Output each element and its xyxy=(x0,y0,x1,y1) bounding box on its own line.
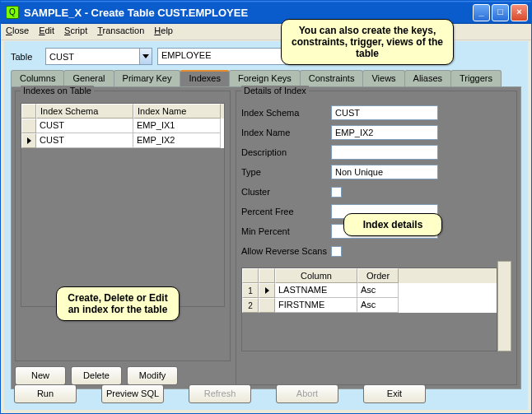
menu-script[interactable]: Script xyxy=(64,26,87,38)
table-label: Table xyxy=(11,52,40,62)
schema-input[interactable] xyxy=(46,49,139,64)
colgrid-marker xyxy=(259,298,275,313)
app-icon: Q xyxy=(6,6,19,19)
lbl-cluster: Cluster xyxy=(241,187,328,197)
menu-help[interactable]: Help xyxy=(154,26,173,38)
cell-schema: CUST xyxy=(36,119,133,133)
field-index-schema[interactable]: CUST xyxy=(331,105,438,120)
abort-button[interactable]: Abort xyxy=(276,384,338,403)
close-button[interactable]: × xyxy=(511,4,528,21)
triangle-right-icon xyxy=(265,287,269,294)
cell-schema: CUST xyxy=(36,133,133,148)
index-list-grid[interactable]: Index Schema Index Name CUST EMP_IX1 xyxy=(21,103,225,307)
field-description[interactable] xyxy=(331,145,438,160)
tab-content: Indexes on Table Index Schema Index Name… xyxy=(11,86,521,389)
client-area: Table EMPLOYEE Columns General Primary K… xyxy=(3,40,529,411)
run-button[interactable]: Run xyxy=(14,384,77,403)
colgrid-row[interactable]: 2 FIRSTNME Asc xyxy=(242,298,497,313)
field-type[interactable]: Non Unique xyxy=(331,165,438,179)
index-row[interactable]: CUST EMP_IX1 xyxy=(21,119,224,133)
tabs-row: Columns General Primary Key Indexes Fore… xyxy=(4,70,528,86)
right-column: Details of Index Index Schema CUST Index… xyxy=(236,91,517,385)
tab-triggers[interactable]: Triggers xyxy=(450,70,502,86)
index-schema-header[interactable]: Index Schema xyxy=(36,104,133,119)
tab-primary-key[interactable]: Primary Key xyxy=(114,70,181,86)
lbl-type: Type xyxy=(241,167,328,177)
rowselector-header xyxy=(21,104,36,119)
field-index-name[interactable]: EMP_IX2 xyxy=(331,125,438,140)
colgrid-marker xyxy=(259,283,275,298)
colgrid-empty xyxy=(242,313,497,351)
colgrid-column-hdr[interactable]: Column xyxy=(275,268,357,283)
callout-left-text: Create, Delete or Edit an index for the … xyxy=(68,292,167,315)
colgrid-marker-hdr xyxy=(259,268,275,283)
colgrid-rownum: 1 xyxy=(242,283,259,298)
colgrid-order: Asc xyxy=(357,298,399,313)
colgrid-rowhdr xyxy=(242,268,259,283)
tab-indexes[interactable]: Indexes xyxy=(180,70,230,86)
menu-edit[interactable]: Edit xyxy=(39,26,54,38)
tab-constraints[interactable]: Constraints xyxy=(300,70,364,86)
left-column: Indexes on Table Index Schema Index Name… xyxy=(15,91,231,385)
minimize-button[interactable]: _ xyxy=(473,4,490,21)
preview-sql-button[interactable]: Preview SQL xyxy=(101,384,164,403)
lbl-index-schema: Index Schema xyxy=(241,108,328,118)
lbl-allow-reverse: Allow Reverse Scans xyxy=(241,246,328,256)
bottom-button-bar: Run Preview SQL Refresh Abort Exit xyxy=(9,382,523,405)
callout-left: Create, Delete or Edit an index for the … xyxy=(56,286,180,321)
triangle-right-icon xyxy=(27,137,31,144)
row-marker xyxy=(21,119,36,133)
callout-top: You can also create the keys, constraint… xyxy=(281,19,454,65)
window-frame: Q SAMPLE_X - Create Table CUST.EMPLOYEE … xyxy=(0,0,532,414)
tab-aliases[interactable]: Aliases xyxy=(404,70,451,86)
vertical-scrollbar[interactable] xyxy=(497,261,511,351)
checkbox-cluster[interactable] xyxy=(331,187,342,198)
cell-name: EMP_IX2 xyxy=(133,133,221,148)
maximize-button[interactable]: □ xyxy=(492,4,509,21)
exit-button[interactable]: Exit xyxy=(363,384,426,403)
tab-views[interactable]: Views xyxy=(362,70,404,86)
menu-transaction[interactable]: Transaction xyxy=(97,26,144,38)
callout-right-text: Index details xyxy=(363,219,423,230)
index-columns-grid[interactable]: Column Order 1 LASTNAME Asc 2 xyxy=(241,267,497,351)
colgrid-row[interactable]: 1 LASTNAME Asc xyxy=(242,283,497,298)
checkbox-allow-reverse[interactable] xyxy=(331,246,342,257)
colgrid-colname: FIRSTNME xyxy=(275,298,357,313)
tablename-value: EMPLOYEE xyxy=(161,50,212,60)
indexes-on-table-label: Indexes on Table xyxy=(21,86,94,95)
callout-right: Index details xyxy=(343,213,442,236)
lbl-index-name: Index Name xyxy=(241,128,328,137)
refresh-button[interactable]: Refresh xyxy=(189,384,251,403)
details-group: Details of Index Index Schema CUST Index… xyxy=(236,91,517,385)
colgrid-colname: LASTNAME xyxy=(275,283,357,298)
window-title: SAMPLE_X - Create Table CUST.EMPLOYEE xyxy=(24,7,473,19)
details-label: Details of Index xyxy=(241,86,309,95)
index-row[interactable]: CUST EMP_IX2 xyxy=(21,133,224,148)
colgrid-order: Asc xyxy=(357,283,399,298)
row-marker-current xyxy=(21,133,36,148)
chevron-down-icon[interactable] xyxy=(139,49,152,64)
titlebar: Q SAMPLE_X - Create Table CUST.EMPLOYEE … xyxy=(1,1,531,24)
lbl-percent-free: Percent Free xyxy=(241,207,328,216)
tab-general[interactable]: General xyxy=(63,70,114,86)
cell-name: EMP_IX1 xyxy=(133,119,221,133)
tablename-input[interactable]: EMPLOYEE xyxy=(157,48,297,65)
lbl-description: Description xyxy=(241,147,328,157)
colgrid-order-hdr[interactable]: Order xyxy=(357,268,399,283)
schema-combo[interactable] xyxy=(45,48,152,65)
lbl-min-percent: Min Percent xyxy=(241,226,328,236)
callout-top-text: You can also create the keys, constraint… xyxy=(292,25,443,59)
index-name-header[interactable]: Index Name xyxy=(133,104,221,119)
colgrid-rownum: 2 xyxy=(242,298,259,313)
menu-close[interactable]: Close xyxy=(6,26,29,38)
tab-foreign-keys[interactable]: Foreign Keys xyxy=(229,70,301,86)
tab-columns[interactable]: Columns xyxy=(11,70,64,86)
